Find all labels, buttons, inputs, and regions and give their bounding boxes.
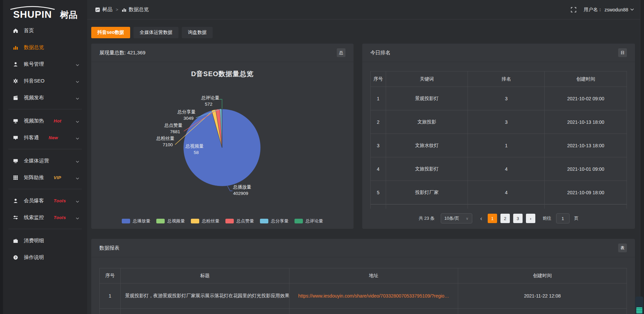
- today-ranking-panel: 今日排名 日 序号关键词排名创建时间1景观投影灯32021-10-02 09:0…: [362, 44, 635, 229]
- bar-chart-icon: [122, 7, 126, 12]
- pagination-total: 共 23 条: [419, 215, 435, 221]
- goto-unit: 页: [574, 215, 579, 221]
- chart-legend: 总播放量总视频量总粉丝量总点赞量总分享量总评论量: [91, 218, 354, 224]
- table-cell: 1: [468, 134, 545, 157]
- tab-media-operation[interactable]: 全媒体运营数据: [133, 27, 178, 38]
- sidebar-item-9[interactable]: 矩阵助推VIP: [3, 169, 87, 186]
- fullscreen-icon[interactable]: [571, 7, 576, 12]
- data-tabs: 抖音seo数据 全媒体运营数据 询盘数据: [91, 27, 635, 38]
- home-icon: [13, 28, 19, 34]
- legend-item-总粉丝量[interactable]: 总粉丝量: [191, 218, 219, 224]
- column-header: 创建时间: [545, 71, 627, 87]
- next-page-button[interactable]: ›: [526, 214, 535, 223]
- sidebar-item-3[interactable]: 账号管理: [3, 56, 87, 72]
- goto-page-input[interactable]: [556, 213, 570, 223]
- page-button-1[interactable]: 1: [488, 214, 497, 223]
- table-cell: 文旅水纹灯: [386, 134, 468, 157]
- impressions-total: 展现量总数: 421,369: [99, 50, 146, 56]
- label-line: [219, 99, 222, 109]
- legend-item-总播放量[interactable]: 总播放量: [122, 218, 150, 224]
- gear-icon: [13, 78, 19, 84]
- sidebar-divider: [8, 149, 82, 149]
- legend-label: 总点赞量: [236, 218, 254, 224]
- table-cell: 4: [371, 157, 386, 181]
- svg-text:?: ?: [15, 256, 17, 259]
- table-row: [100, 309, 627, 314]
- video-link[interactable]: https://www.iesdouyin.com/share/video/70…: [298, 293, 449, 299]
- table-cell: [120, 309, 289, 314]
- page-button-2[interactable]: 2: [500, 214, 510, 223]
- legend-item-总分享量[interactable]: 总分享量: [260, 218, 288, 224]
- legend-item-总点赞量[interactable]: 总点赞量: [225, 218, 254, 224]
- sidebar-item-1[interactable]: 首页: [3, 22, 87, 39]
- sidebar-item-2[interactable]: 数据总览: [3, 39, 87, 56]
- pagination: 共 23 条10条/页∨‹123›前往页: [362, 213, 635, 223]
- table-cell: 2: [371, 110, 386, 134]
- prev-page-button[interactable]: ‹: [478, 215, 484, 222]
- table-badge-button[interactable]: 表: [618, 244, 627, 252]
- table-cell: 景观投影灯: [386, 87, 468, 110]
- sidebar-item-11[interactable]: 线索监控Tools: [3, 209, 87, 226]
- column-header: 标题: [120, 268, 289, 283]
- tab-douyin-seo[interactable]: 抖音seo数据: [91, 27, 130, 38]
- legend-swatch: [294, 219, 303, 223]
- table-cell: [100, 309, 121, 314]
- sidebar-item-label: 矩阵助推: [24, 174, 44, 181]
- sidebar-item-label: 抖客通: [24, 135, 39, 141]
- goto-label: 前往: [543, 215, 551, 221]
- table-cell: 3: [468, 87, 545, 110]
- sidebar-item-10[interactable]: 会员爆客Tools: [3, 192, 87, 209]
- legend-label: 总分享量: [271, 218, 288, 224]
- label-line: [227, 186, 232, 191]
- table-cell: 1: [100, 283, 121, 309]
- sidebar-item-12[interactable]: 消费明细: [3, 232, 87, 249]
- sidebar-divider: [8, 229, 82, 229]
- pie-label: 572: [205, 102, 213, 107]
- total-badge-button[interactable]: 总: [337, 48, 345, 57]
- chevron-down-icon: [630, 8, 634, 11]
- pie-label: 7681: [170, 129, 180, 134]
- video-publish-icon: [13, 95, 19, 101]
- legend-item-总评论量[interactable]: 总评论量: [294, 218, 323, 224]
- sidebar-divider: [8, 109, 82, 109]
- breadcrumb-item-current[interactable]: 数据总览: [122, 6, 149, 13]
- legend-swatch: [191, 219, 199, 223]
- table-cell: [386, 205, 468, 209]
- sidebar-item-5[interactable]: 视频发布: [3, 89, 87, 106]
- logo-text-cn: 树品: [60, 10, 77, 19]
- column-header: 地址: [289, 268, 458, 283]
- page-scrollbar[interactable]: [640, 0, 644, 314]
- legend-swatch: [122, 219, 130, 223]
- sidebar-item-7[interactable]: 抖客通New: [3, 129, 87, 146]
- table-cell: 3: [371, 134, 386, 157]
- breadcrumb-label: 树品: [102, 6, 112, 13]
- legend-item-总视频量[interactable]: 总视频量: [156, 218, 185, 224]
- table-cell: 文旅投影: [386, 110, 468, 134]
- chevron-down-icon: [76, 158, 79, 164]
- sidebar-item-8[interactable]: 全媒体运营: [3, 152, 87, 169]
- table-header-row: 序号关键词排名创建时间: [371, 71, 627, 87]
- logo-text-en: SHUPIN: [13, 10, 52, 19]
- pie-label: 7100: [163, 142, 173, 147]
- chat-icon: [13, 135, 19, 141]
- floating-widget[interactable]: [635, 297, 643, 314]
- legend-swatch: [156, 219, 165, 223]
- page-size-select[interactable]: 10条/页∨: [441, 213, 472, 223]
- sidebar-item-6[interactable]: 视频加热Hot: [3, 112, 87, 129]
- day-badge-button[interactable]: 日: [618, 48, 627, 57]
- page-size-value: 10条/页: [444, 215, 459, 221]
- breadcrumb-item-root[interactable]: 树品: [95, 6, 112, 13]
- data-overview-icon: [13, 45, 19, 50]
- table-cell: 1: [371, 87, 386, 110]
- sidebar-item-13[interactable]: ?操作说明: [3, 249, 87, 266]
- sidebar-item-4[interactable]: 抖音SEO: [3, 72, 87, 89]
- tab-inquiry[interactable]: 询盘数据: [182, 27, 213, 38]
- table-cell: [289, 309, 458, 314]
- user-menu[interactable]: 用户名：zswodun88: [584, 7, 634, 13]
- page-button-3[interactable]: 3: [513, 214, 523, 223]
- chevron-down-icon: [76, 135, 79, 141]
- topbar: 树品 > 数据总览 用户名：zswodun88: [87, 0, 644, 19]
- sidebar-item-label: 会员爆客: [24, 198, 44, 204]
- sidebar-item-tag: New: [49, 135, 58, 140]
- pie-label: 总视频量: [185, 144, 204, 149]
